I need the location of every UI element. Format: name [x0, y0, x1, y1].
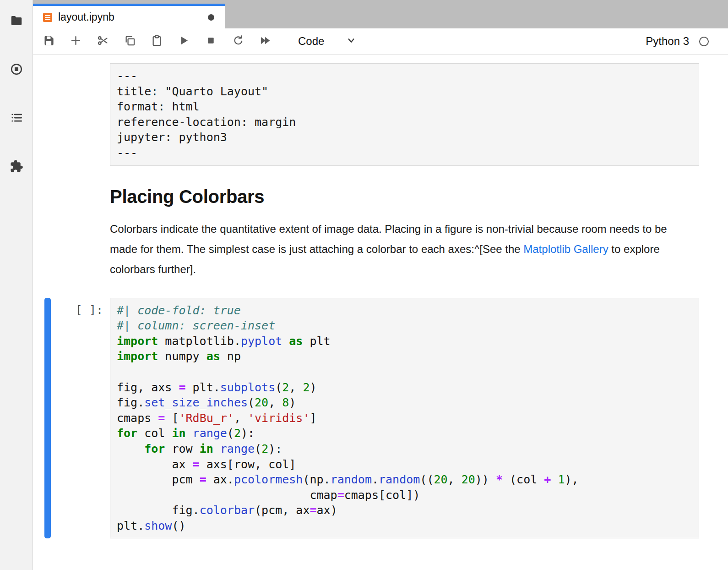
- code-editor[interactable]: #| code-fold: true#| column: screen-inse…: [110, 298, 699, 539]
- restart-run-all-button[interactable]: [258, 35, 271, 48]
- left-sidebar: [0, 0, 33, 570]
- cell-type-dropdown[interactable]: Code: [298, 34, 357, 48]
- markdown-heading: Placing Colorbars: [110, 186, 699, 207]
- kernel-status-icon[interactable]: [699, 37, 709, 46]
- markdown-cell: Placing Colorbars Colorbars indicate the…: [33, 166, 728, 280]
- jupyterlab-app: layout.ipynb: [0, 0, 728, 570]
- sidebar-tab-file-browser[interactable]: [9, 14, 24, 28]
- code-line: #| code-fold: true: [117, 303, 692, 318]
- paste-icon: [151, 34, 163, 48]
- sidebar-tab-extension-manager[interactable]: [9, 159, 24, 174]
- restart-kernel-button[interactable]: [231, 35, 244, 48]
- restart-icon: [232, 34, 244, 48]
- code-line: plt.show(): [117, 518, 692, 534]
- paste-cells-button[interactable]: [150, 35, 163, 48]
- interrupt-icon: [205, 34, 217, 48]
- notebook-toolbar: Code Python 3: [33, 28, 728, 55]
- add-cell-icon: [70, 34, 82, 48]
- sidebar-tab-running-sessions[interactable]: [9, 62, 24, 77]
- code-line: import numpy as np: [117, 349, 692, 364]
- active-cell-collapser[interactable]: [44, 298, 51, 539]
- code-cell-gutter: [ ]:: [33, 298, 110, 539]
- copy-cells-button[interactable]: [123, 35, 136, 48]
- code-line: import matplotlib.pyplot as plt: [117, 334, 692, 349]
- code-line: fig.set_size_inches(20, 8): [117, 395, 692, 411]
- run-cell-button[interactable]: [177, 35, 190, 48]
- add-cell-button[interactable]: [69, 35, 82, 48]
- notebook-content: --- title: "Quarto Layout" format: html …: [33, 55, 728, 570]
- notebook-file-icon: [42, 12, 53, 23]
- code-line: [117, 364, 692, 380]
- table-of-contents-icon: [10, 111, 23, 126]
- execution-prompt: [ ]:: [76, 303, 103, 317]
- code-line: fig.colorbar(pcm, ax=ax): [117, 503, 692, 518]
- markdown-paragraph: Colorbars indicate the quantitative exte…: [110, 219, 697, 280]
- restart-run-all-icon: [259, 34, 271, 48]
- save-button[interactable]: [42, 35, 55, 48]
- dock-tab-bar: layout.ipynb: [33, 0, 728, 28]
- raw-cell: --- title: "Quarto Layout" format: html …: [33, 63, 728, 166]
- code-line: cmap=cmaps[col]): [117, 488, 692, 503]
- matplotlib-gallery-link[interactable]: Matplotlib Gallery: [523, 243, 608, 255]
- kernel-name[interactable]: Python 3: [646, 35, 689, 48]
- tab-title: layout.ipynb: [58, 11, 114, 23]
- extension-manager-icon: [10, 159, 23, 175]
- cut-icon: [97, 34, 109, 48]
- code-line: for col in range(2):: [117, 426, 692, 441]
- unsaved-changes-dot[interactable]: [208, 14, 214, 21]
- raw-cell-gutter: [33, 63, 110, 166]
- running-sessions-icon: [10, 62, 23, 77]
- code-line: cmaps = ['RdBu_r', 'viridis']: [117, 411, 692, 426]
- raw-cell-editor[interactable]: --- title: "Quarto Layout" format: html …: [110, 63, 699, 166]
- code-line: #| column: screen-inset: [117, 318, 692, 334]
- code-line: for row in range(2):: [117, 441, 692, 457]
- folder-icon: [10, 14, 23, 29]
- markdown-cell-gutter: [33, 166, 110, 280]
- code-line: pcm = ax.pcolormesh(np.random.random((20…: [117, 472, 692, 488]
- cell-type-value: Code: [298, 35, 324, 48]
- sidebar-tab-table-of-contents[interactable]: [9, 111, 24, 126]
- code-line: fig, axs = plt.subplots(2, 2): [117, 380, 692, 395]
- copy-icon: [124, 34, 136, 48]
- cut-cells-button[interactable]: [96, 35, 109, 48]
- run-icon: [178, 34, 190, 48]
- code-cell: [ ]: #| code-fold: true#| column: screen…: [33, 298, 728, 539]
- code-line: ax = axs[row, col]: [117, 457, 692, 472]
- interrupt-kernel-button[interactable]: [204, 35, 217, 48]
- save-icon: [43, 34, 55, 48]
- tab-layout-ipynb[interactable]: layout.ipynb: [33, 4, 225, 28]
- chevron-down-icon: [324, 34, 357, 48]
